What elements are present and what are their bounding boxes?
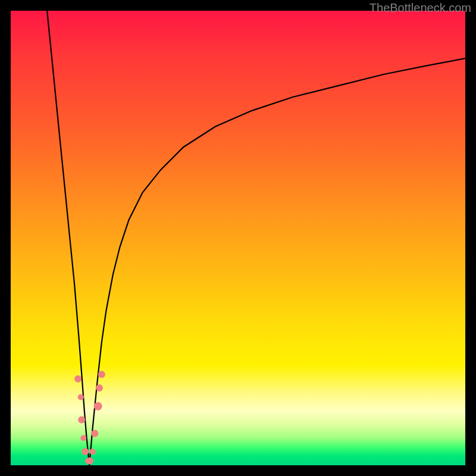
data-marker xyxy=(91,430,98,437)
right-branch-curve xyxy=(89,58,465,465)
data-marker xyxy=(85,458,91,464)
watermark-text: TheBottleneck.com xyxy=(369,1,471,15)
data-marker xyxy=(78,416,85,424)
data-marker xyxy=(90,449,96,455)
data-marker xyxy=(74,375,82,383)
plot-area xyxy=(11,11,465,465)
data-marker xyxy=(94,402,102,411)
data-marker xyxy=(78,394,84,400)
data-marker xyxy=(80,435,86,441)
data-marker xyxy=(82,448,89,455)
left-branch-curve xyxy=(47,11,89,465)
data-marker xyxy=(98,371,105,378)
marker-group xyxy=(74,371,105,464)
data-marker xyxy=(86,457,93,464)
chart-container: TheBottleneck.com xyxy=(0,0,476,476)
chart-svg xyxy=(11,11,465,465)
data-marker xyxy=(96,384,103,392)
curve-group xyxy=(47,11,465,465)
